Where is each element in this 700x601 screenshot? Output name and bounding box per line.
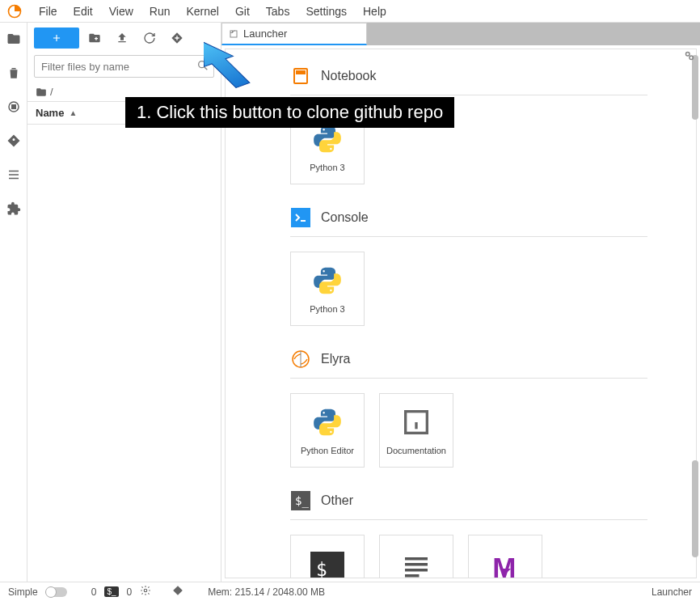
- refresh-button[interactable]: [137, 28, 162, 49]
- git-status-icon[interactable]: [172, 585, 183, 599]
- rail-running-icon[interactable]: [6, 99, 22, 115]
- tab-bar: Launcher: [221, 23, 700, 45]
- launcher-tab-icon: [229, 29, 238, 39]
- card-label: Python 3: [306, 304, 348, 314]
- section-title: Elyra: [321, 352, 350, 366]
- menu-settings[interactable]: Settings: [297, 2, 355, 21]
- memory-status: Mem: 215.14 / 2048.00 MB: [208, 586, 325, 598]
- info-icon: [399, 405, 433, 439]
- card-textfile[interactable]: [379, 535, 453, 578]
- svg-line-7: [205, 67, 208, 70]
- rail-trash-icon[interactable]: [6, 65, 22, 81]
- python-icon: [310, 264, 344, 298]
- svg-point-9: [686, 53, 690, 57]
- markdown-icon: M: [488, 552, 522, 578]
- menu-git[interactable]: Git: [227, 2, 258, 21]
- svg-text:M: M: [492, 552, 516, 578]
- terminal-dark-icon: $_: [310, 552, 344, 578]
- rail-toc-icon[interactable]: [6, 167, 22, 183]
- menu-file[interactable]: File: [31, 2, 65, 21]
- svg-text:$_: $_: [316, 559, 339, 578]
- status-count-a: 0: [91, 586, 97, 598]
- file-toolbar: [27, 23, 221, 53]
- tab-title: Launcher: [243, 28, 287, 40]
- textfile-icon: [399, 552, 433, 578]
- card-console-python3[interactable]: Python 3: [290, 252, 365, 326]
- svg-text:$_: $_: [295, 494, 309, 508]
- card-terminal[interactable]: $_: [290, 535, 365, 578]
- section-notebook: Notebook Python 3: [290, 66, 647, 184]
- activity-bar: [0, 23, 27, 582]
- console-icon: [290, 207, 311, 228]
- simple-toggle[interactable]: [46, 587, 67, 597]
- card-label: Python Editor: [297, 446, 357, 455]
- card-python-editor[interactable]: Python Editor: [290, 393, 365, 468]
- menu-help[interactable]: Help: [355, 2, 394, 21]
- card-notebook-python3[interactable]: Python 3: [290, 110, 365, 184]
- section-title: Console: [321, 210, 369, 225]
- filter-input[interactable]: [34, 55, 214, 78]
- new-folder-button[interactable]: [82, 28, 107, 49]
- folder-icon: [36, 87, 47, 98]
- card-label: Python 3: [306, 163, 348, 172]
- new-launcher-button[interactable]: [34, 28, 79, 49]
- card-label: Documentation: [383, 446, 449, 455]
- breadcrumb[interactable]: /: [27, 83, 221, 101]
- file-browser: / Name ▲: [27, 23, 221, 582]
- upload-button[interactable]: [110, 28, 134, 49]
- rail-git-icon[interactable]: [6, 133, 22, 149]
- section-title: Other: [321, 493, 353, 508]
- status-count-b: 0: [127, 586, 133, 598]
- menu-edit[interactable]: Edit: [65, 2, 101, 21]
- menu-kernel[interactable]: Kernel: [178, 2, 226, 21]
- python-icon: [310, 122, 344, 156]
- menu-view[interactable]: View: [101, 2, 141, 21]
- section-console: Console Python 3: [290, 207, 647, 326]
- svg-rect-2: [11, 105, 15, 109]
- python-icon: [310, 405, 344, 439]
- terminal-chip-icon[interactable]: $_: [104, 586, 118, 597]
- elyra-icon: [290, 349, 311, 370]
- svg-rect-13: [291, 208, 310, 227]
- scrollbar[interactable]: [690, 55, 698, 573]
- card-markdown[interactable]: M: [468, 535, 542, 578]
- app-logo-icon: [6, 3, 23, 19]
- status-bar: Simple 0 $_ 0 Mem: 215.14 / 2048.00 MB L…: [0, 582, 700, 601]
- search-icon: [196, 59, 209, 74]
- breadcrumb-root: /: [50, 86, 53, 98]
- section-other: $_ Other $_: [290, 490, 647, 578]
- terminal-icon: $_: [290, 490, 311, 511]
- svg-point-10: [689, 56, 694, 60]
- svg-rect-12: [297, 71, 305, 74]
- git-clone-button[interactable]: [165, 28, 189, 49]
- sort-asc-icon: ▲: [69, 108, 77, 117]
- section-elyra: Elyra Python Editor Documentation: [290, 349, 647, 468]
- main-content: Launcher Notebook: [221, 23, 700, 582]
- file-filter: [34, 55, 214, 78]
- gear-icon[interactable]: [140, 585, 151, 599]
- rail-folder-icon[interactable]: [6, 31, 22, 47]
- svg-point-6: [199, 61, 205, 68]
- settings-gear-icon[interactable]: [682, 49, 697, 66]
- rail-extension-icon[interactable]: [6, 201, 22, 217]
- column-name-label: Name: [36, 107, 64, 119]
- card-documentation[interactable]: Documentation: [379, 393, 453, 468]
- notebook-icon: [290, 66, 311, 87]
- menu-tabs[interactable]: Tabs: [258, 2, 298, 21]
- simple-label: Simple: [8, 586, 38, 598]
- menu-run[interactable]: Run: [141, 2, 179, 21]
- launcher: Notebook Python 3 Cons: [225, 49, 697, 578]
- section-title: Notebook: [321, 69, 377, 83]
- svg-point-28: [144, 589, 147, 592]
- tab-launcher[interactable]: Launcher: [221, 23, 367, 45]
- file-columns-header[interactable]: Name ▲: [27, 101, 221, 125]
- status-mode: Launcher: [652, 586, 692, 598]
- menu-bar: File Edit View Run Kernel Git Tabs Setti…: [0, 0, 700, 23]
